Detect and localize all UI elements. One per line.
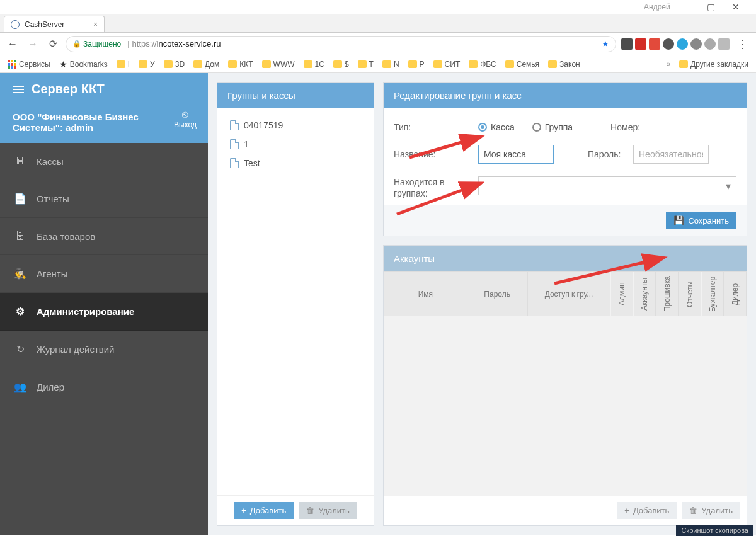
bookmark-folder[interactable]: Дом <box>190 59 223 70</box>
bookmark-folder[interactable]: N <box>379 59 403 70</box>
bookmark-folder[interactable]: I <box>113 59 134 70</box>
groups-select[interactable]: ▾ <box>478 176 736 195</box>
number-label: Номер: <box>610 122 648 132</box>
os-username: Андрей <box>644 3 670 11</box>
nav-reload-button[interactable]: ⟳ <box>45 38 60 50</box>
bookmark-folder[interactable]: WWW <box>258 59 299 70</box>
file-icon <box>230 139 239 149</box>
sidebar-item-goods[interactable]: 🗄База товаров <box>0 218 208 255</box>
browser-tab[interactable]: CashServer × <box>4 16 105 32</box>
bookmark-folder[interactable]: СИТ <box>430 59 464 70</box>
calculator-icon: 🖩 <box>14 156 26 167</box>
tab-close-icon[interactable]: × <box>93 20 98 29</box>
gear-icon: ⚙ <box>14 305 26 317</box>
extension-icon[interactable] <box>663 38 674 50</box>
bookmark-folder[interactable]: У <box>135 59 159 70</box>
bookmark-overflow[interactable]: » <box>662 59 674 69</box>
users-icon: 👥 <box>14 381 26 393</box>
bookmark-folder[interactable]: Закон <box>544 59 584 70</box>
delete-group-button[interactable]: 🗑Удалить <box>299 502 357 519</box>
sidebar-item-kassy[interactable]: 🖩Кассы <box>0 143 208 180</box>
toast-notification: Скриншот скопирова <box>676 525 753 536</box>
tree-item[interactable]: 04017519 <box>227 116 364 135</box>
extension-icon[interactable] <box>690 38 702 50</box>
col-buh[interactable]: Бухгалтер <box>701 272 724 316</box>
sidebar-item-reports[interactable]: 📄Отчеты <box>0 180 208 218</box>
document-icon: 📄 <box>14 193 26 205</box>
accounts-body: Имя Пароль Доступ к гру... Админ Аккаунт… <box>384 271 747 496</box>
database-icon: 🗄 <box>14 231 26 242</box>
password-input[interactable] <box>633 145 709 164</box>
col-admin[interactable]: Админ <box>610 272 633 316</box>
plus-icon: + <box>624 506 629 515</box>
menu-icon[interactable] <box>13 86 24 93</box>
save-icon: 💾 <box>673 215 684 225</box>
col-dealer[interactable]: Дилер <box>724 272 747 316</box>
type-label: Тип: <box>394 122 457 132</box>
bookmark-folder[interactable]: 3D <box>160 59 188 70</box>
extension-icon[interactable] <box>704 38 716 50</box>
browser-menu-button[interactable]: ⋮ <box>735 37 751 51</box>
plus-icon: + <box>241 506 246 515</box>
delete-account-button[interactable]: 🗑Удалить <box>682 502 740 519</box>
nav-back-button[interactable]: ← <box>5 38 20 50</box>
password-label: Пароль: <box>588 149 626 159</box>
col-pass[interactable]: Пароль <box>467 272 527 316</box>
accounts-table: Имя Пароль Доступ к гру... Админ Аккаунт… <box>384 271 747 316</box>
extension-icon[interactable] <box>635 38 646 50</box>
nav-forward-button[interactable]: → <box>25 38 40 50</box>
extension-icon[interactable] <box>677 38 688 50</box>
bookmark-folder[interactable]: ФБС <box>465 59 500 70</box>
bookmark-folder[interactable]: ККТ <box>224 59 256 70</box>
other-bookmarks[interactable]: Другие закладки <box>675 59 752 70</box>
window-close-button[interactable]: ✕ <box>723 2 748 12</box>
add-account-button[interactable]: +Добавить <box>617 502 677 519</box>
extension-icon[interactable] <box>718 38 730 50</box>
edit-form: Тип: Касса Группа Номер: Название: Парол… <box>384 108 747 236</box>
extension-icon[interactable] <box>649 38 660 50</box>
secure-badge: Защищено <box>72 40 121 48</box>
bookmark-folder[interactable]: Р <box>404 59 428 70</box>
sidebar-item-log[interactable]: ↻Журнал действий <box>0 331 208 368</box>
groups-panel-footer: +Добавить 🗑Удалить <box>217 495 374 525</box>
sidebar-item-dealer[interactable]: 👥Дилер <box>0 368 208 406</box>
accounts-footer: +Добавить 🗑Удалить <box>384 496 747 525</box>
tree-item[interactable]: 1 <box>227 135 364 154</box>
right-column: Редактирование групп и касс Тип: Касса Г… <box>383 82 747 526</box>
main-content: Группы и кассы 04017519 1 Test +Добавить… <box>208 73 756 535</box>
sidebar-item-admin[interactable]: ⚙Администрирование <box>0 293 208 331</box>
browser-tabstrip: CashServer × <box>0 14 756 33</box>
extension-icon[interactable] <box>621 38 633 50</box>
col-firmware[interactable]: Прошивка <box>656 272 679 316</box>
accounts-panel: Аккаунты Имя Пароль Доступ к гру... Адми… <box>383 245 747 526</box>
bookmark-star-icon[interactable]: ★ <box>602 39 609 48</box>
bookmark-folder[interactable]: 1С <box>300 59 328 70</box>
type-radio-kassa[interactable]: Касса <box>478 122 515 132</box>
type-radio-group[interactable]: Группа <box>532 122 573 132</box>
accounts-panel-header: Аккаунты <box>384 246 747 271</box>
tree-item[interactable]: Test <box>227 154 364 173</box>
bookmark-folder[interactable]: T <box>354 59 377 70</box>
logout-button[interactable]: ⎋ Выход <box>174 109 197 129</box>
col-name[interactable]: Имя <box>384 272 467 316</box>
accounts-empty <box>384 316 747 442</box>
bookmarks-bar: Сервисы ★Bookmarks I У 3D Дом ККТ WWW 1С… <box>0 55 756 73</box>
bookmark-folder[interactable]: Семья <box>501 59 543 70</box>
col-accounts[interactable]: Аккаунты <box>633 272 656 316</box>
app-root: Сервер ККТ ООО "Финансовые Бизнес Систем… <box>0 73 756 535</box>
window-maximize-button[interactable]: ▢ <box>698 2 723 12</box>
sidebar-item-agents[interactable]: 🕵Агенты <box>0 255 208 293</box>
file-icon <box>230 158 239 168</box>
bookmark-folder[interactable]: $ <box>329 59 353 70</box>
col-access[interactable]: Доступ к гру... <box>527 272 610 316</box>
url-input[interactable]: Защищено | https:// incotex-service.ru ★ <box>66 36 616 52</box>
window-minimize-button[interactable]: — <box>673 2 698 12</box>
apps-button[interactable]: Сервисы <box>4 59 54 70</box>
name-input[interactable] <box>478 145 554 164</box>
save-button[interactable]: 💾Сохранить <box>666 212 736 229</box>
col-reports[interactable]: Отчеты <box>679 272 701 316</box>
window-titlebar: Андрей — ▢ ✕ <box>0 0 756 14</box>
add-group-button[interactable]: +Добавить <box>234 502 294 519</box>
bookmark-folder[interactable]: ★Bookmarks <box>55 58 112 71</box>
tab-title: CashServer <box>25 20 64 29</box>
